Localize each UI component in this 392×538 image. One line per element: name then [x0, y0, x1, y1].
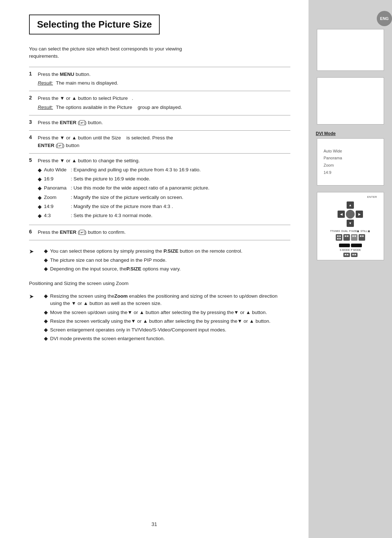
note-row-1: ➤ ◆ You can select these options by simp…	[29, 248, 290, 274]
menu-item-149: 14:9	[322, 169, 379, 176]
note-content-1: ◆ You can select these options by simply…	[37, 248, 290, 274]
enter-symbol-4: ↵	[57, 143, 63, 148]
note-bullet: ◆ Move the screen up/down using the▼ or …	[44, 309, 290, 316]
note-bullet: ◆ Depending on the input source, theP.SI…	[44, 265, 290, 273]
bullet-desc: : Sets the picture to 4:3 normal mode.	[71, 212, 290, 220]
diamond-icon: ◆	[38, 194, 42, 201]
black-btn-2[interactable]	[351, 244, 362, 247]
bullet-item: ◆ Auto Wide : Expanding and pulling up t…	[38, 166, 290, 174]
note-text: Resize the screen vertically using the▼ …	[50, 318, 270, 325]
step-content-3: Press the ENTER (↵) button.	[36, 115, 290, 131]
page-number: 31	[151, 521, 157, 527]
bullet-term: 16:9	[44, 175, 69, 183]
enter-symbol-3: ↵	[79, 120, 85, 125]
pmode-label: P MODE	[351, 249, 361, 251]
remote-btn-row-1: ▣▣▣▣ ▣▣ ▣▣ ▣▣	[320, 234, 381, 241]
pmode-btn[interactable]: ▣▣	[351, 253, 358, 257]
steps-table: 1 Press the MENU button. Result: The mai…	[29, 67, 290, 241]
still-label: STILL ▣	[360, 230, 370, 233]
zoom-bold: Zoom	[114, 293, 128, 299]
bullet-desc: : Expanding and pulling up the picture f…	[71, 166, 290, 174]
bullet-desc: : Sets the picture to 16:9 wide mode.	[71, 175, 290, 183]
page-title: Selecting the Picture Size	[37, 19, 152, 30]
diamond-icon: ◆	[44, 248, 48, 255]
bullet-term: Zoom	[44, 194, 69, 201]
sidebar: ENG DVI Mode Auto Wide Panorama Zoom 14:…	[309, 0, 392, 538]
diamond-icon: ◆	[44, 257, 48, 264]
result-text-2: The options available in the Picture gro…	[56, 104, 182, 111]
menu-bold: MENU	[60, 72, 74, 77]
note-bullet: ◆ Screen enlargement operates only in TV…	[44, 326, 290, 334]
sidebar-image-2	[317, 77, 384, 125]
note-text: DVI mode prevents the screen enlargement…	[50, 335, 165, 342]
positioning-notes-section: ➤ ◆ Resizing the screen using theZoom en…	[29, 293, 290, 344]
step-content-1: Press the MENU button. Result: The main …	[36, 67, 290, 91]
step-content-5: Press the ▼ or ▲ button to change the se…	[36, 153, 290, 225]
psize-label: P.SIZE▣	[349, 230, 359, 233]
note-bullet: ◆ You can select these options by simply…	[44, 248, 290, 255]
dpad-center[interactable]	[346, 210, 355, 219]
diamond-icon: ◆	[38, 176, 42, 183]
diamond-icon: ◆	[38, 203, 42, 211]
result-label-2: Result:	[38, 104, 53, 111]
note-bullet: ◆ DVI mode prevents the screen enlargeme…	[44, 335, 290, 342]
bullet-term: 4:3	[44, 212, 69, 220]
ttx-label: TTX/MIX	[330, 230, 340, 233]
menu-item-autowide: Auto Wide	[322, 148, 379, 155]
step-num-4: 4	[29, 131, 36, 154]
dpad-right-btn[interactable]: ▶	[356, 211, 363, 218]
remote-inner: ENTER ▲ ▼ ◀ ▶ TTX/MIX DUAL P.SIZE▣ STILL…	[320, 195, 381, 257]
diamond-icon: ◆	[44, 326, 48, 334]
table-row: 6 Press the ENTER (↵) button to confirm.	[29, 225, 290, 240]
note-text: The picture size can not be changed in t…	[50, 257, 167, 264]
bullet-desc: : Magnify the size of the picture vertic…	[71, 194, 290, 201]
psize-btn[interactable]: ▣▣	[351, 234, 358, 241]
diamond-icon: ◆	[44, 318, 48, 325]
table-row: 3 Press the ENTER (↵) button.	[29, 115, 290, 131]
enter-symbol-6: ↵	[79, 230, 85, 235]
note-text: Resizing the screen using theZoom enable…	[50, 293, 290, 307]
bullet-list-5: ◆ Auto Wide : Expanding and pulling up t…	[38, 166, 290, 220]
black-btn-1[interactable]	[339, 244, 350, 247]
dpad-up-btn[interactable]: ▲	[347, 201, 354, 209]
ttx-btn[interactable]: ▣▣▣▣	[336, 234, 342, 241]
smode-btn[interactable]: ▣▣	[343, 253, 350, 257]
page-title-box: Selecting the Picture Size	[29, 15, 160, 34]
table-row: 1 Press the MENU button. Result: The mai…	[29, 67, 290, 91]
step-num-2: 2	[29, 91, 36, 115]
psize-bold2: P.SIZE	[126, 266, 141, 272]
enter-bold-6: ENTER	[60, 229, 77, 235]
dpad-down-btn[interactable]: ▼	[347, 220, 354, 227]
diamond-icon: ◆	[44, 335, 48, 342]
bullet-item: ◆ 14:9 : Magnify the size of the picture…	[38, 203, 290, 211]
step-num-1: 1	[29, 67, 36, 91]
note-text: Depending on the input source, theP.SIZE…	[50, 265, 181, 273]
diamond-icon: ◆	[44, 309, 48, 316]
diamond-icon: ◆	[44, 293, 48, 307]
still-btn[interactable]: ▣▣	[359, 234, 365, 241]
positioning-note-content: ◆ Resizing the screen using theZoom enab…	[37, 293, 290, 344]
bullet-item: ◆ 4:3 : Sets the picture to 4:3 normal m…	[38, 212, 290, 220]
positioning-note-bullets: ◆ Resizing the screen using theZoom enab…	[44, 293, 290, 343]
dual-btn[interactable]: ▣▣	[343, 234, 350, 241]
dpad-left-btn[interactable]: ◀	[338, 211, 345, 218]
psize-bold: P.SIZE	[163, 248, 178, 254]
eng-label: ENG	[380, 16, 389, 21]
bullet-term: Auto Wide	[44, 166, 69, 174]
table-row: 4 Press the ▼ or ▲ button until the Size…	[29, 131, 290, 154]
sidebar-menu-box: Auto Wide Panorama Zoom 14:9	[317, 138, 384, 186]
note-bullet: ◆ Resizing the screen using theZoom enab…	[44, 293, 290, 307]
result-text-1: The main menu is displayed.	[56, 80, 118, 87]
bullet-term: 14:9	[44, 203, 69, 211]
bullet-item: ◆ Panorama : Use this mode for the wide …	[38, 184, 290, 192]
arrow-icon-2: ➤	[29, 292, 34, 344]
remote-row-2	[320, 244, 381, 247]
dual-label: DUAL	[341, 230, 348, 233]
main-content: Selecting the Picture Size You can selec…	[0, 0, 309, 538]
remote-control-box: ENTER ▲ ▼ ◀ ▶ TTX/MIX DUAL P.SIZE▣ STILL…	[317, 192, 384, 260]
positioning-label: Positioning and Sizing the screen using …	[29, 281, 290, 286]
step-content-6: Press the ENTER (↵) button to confirm.	[36, 225, 290, 240]
remote-label-row-1: TTX/MIX DUAL P.SIZE▣ STILL ▣	[320, 230, 381, 233]
enter-label: ENTER	[367, 195, 377, 199]
bullet-desc: : Magnify the size of the picture more t…	[71, 203, 290, 211]
